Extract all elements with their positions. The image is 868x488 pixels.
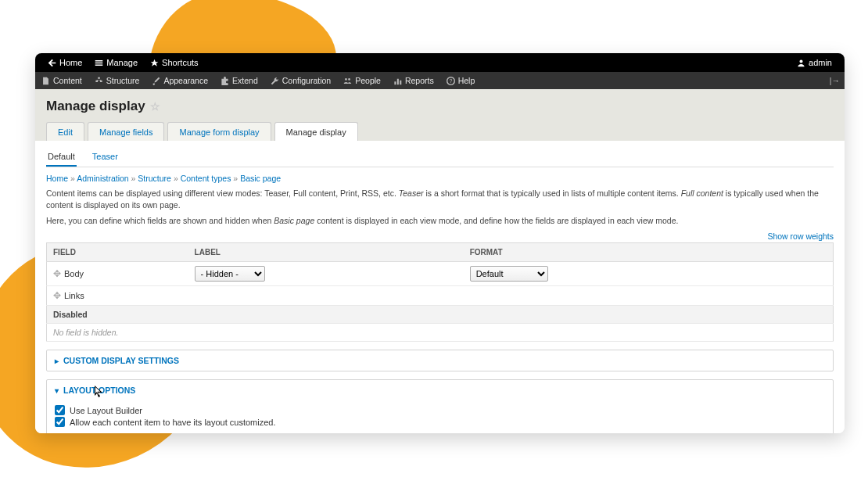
field-row-links: ✥Links xyxy=(47,286,834,306)
tree-icon xyxy=(95,77,103,85)
menu-structure[interactable]: Structure xyxy=(88,76,146,85)
wrench-icon xyxy=(271,77,279,85)
drag-handle-icon[interactable]: ✥ xyxy=(53,268,61,279)
title-region: Manage display☆ Edit Manage fields Manag… xyxy=(35,89,845,141)
svg-text:?: ? xyxy=(449,78,452,84)
subtab-default[interactable]: Default xyxy=(46,149,77,167)
menu-reports[interactable]: Reports xyxy=(387,76,440,85)
subtab-teaser[interactable]: Teaser xyxy=(91,149,120,167)
shortcuts-link[interactable]: Shortcuts xyxy=(144,58,204,67)
user-menu[interactable]: admin xyxy=(791,58,838,67)
field-row-body: ✥Body - Hidden - Default xyxy=(47,262,834,286)
custom-display-summary[interactable]: Custom Display Settings xyxy=(47,350,833,371)
manage-toggle[interactable]: Manage xyxy=(88,58,144,67)
drag-handle-icon[interactable]: ✥ xyxy=(53,290,61,301)
page-title: Manage display☆ xyxy=(46,99,834,114)
body-label-select[interactable]: - Hidden - xyxy=(195,266,265,282)
description-2: Here, you can define which fields are sh… xyxy=(46,215,834,227)
description-1: Content items can be displayed using dif… xyxy=(46,188,834,210)
bar-chart-icon xyxy=(393,77,402,85)
disabled-header: Disabled xyxy=(47,306,834,324)
menu-content[interactable]: Content xyxy=(35,76,88,85)
favorite-toggle[interactable]: ☆ xyxy=(150,100,160,113)
col-label: Label xyxy=(188,243,464,262)
col-format: Format xyxy=(464,243,834,262)
tab-manage-form-display[interactable]: Manage form display xyxy=(167,122,271,141)
puzzle-icon xyxy=(221,77,229,85)
allow-custom-layout-checkbox[interactable]: Allow each content item to have its layo… xyxy=(55,417,825,427)
menu-extend[interactable]: Extend xyxy=(214,76,264,85)
crumb-content-types[interactable]: Content types xyxy=(181,174,231,183)
app-window: Home Manage Shortcuts admin Content Stru… xyxy=(35,53,845,433)
breadcrumb: Home » Administration » Structure » Cont… xyxy=(46,174,834,183)
user-icon xyxy=(797,59,805,67)
star-icon xyxy=(150,59,159,67)
help-icon: ? xyxy=(447,77,455,85)
field-display-table: Field Label Format ✥Body - Hidden - Defa… xyxy=(46,242,834,342)
crumb-structure[interactable]: Structure xyxy=(138,174,171,183)
crumb-admin[interactable]: Administration xyxy=(77,174,129,183)
custom-display-settings[interactable]: Custom Display Settings xyxy=(46,350,834,371)
crumb-home[interactable]: Home xyxy=(46,174,68,183)
content-region: Default Teaser Home » Administration » S… xyxy=(35,141,845,433)
menu-appearance[interactable]: Appearance xyxy=(145,76,214,85)
tab-edit[interactable]: Edit xyxy=(46,122,84,141)
secondary-tabs: Default Teaser xyxy=(46,149,834,167)
tab-manage-fields[interactable]: Manage fields xyxy=(88,122,165,141)
layout-options-summary[interactable]: Layout Options xyxy=(47,380,833,400)
show-row-weights-link[interactable]: Show row weights xyxy=(767,231,834,241)
crumb-basic-page[interactable]: Basic page xyxy=(240,174,281,183)
use-layout-builder-checkbox[interactable]: Use Layout Builder xyxy=(55,405,825,415)
back-arrow-icon xyxy=(48,59,56,67)
brush-icon xyxy=(152,77,160,85)
primary-tabs: Edit Manage fields Manage form display M… xyxy=(46,122,834,141)
col-field: Field xyxy=(47,243,188,262)
people-icon xyxy=(343,77,352,85)
admin-menu: Content Structure Appearance Extend Conf… xyxy=(35,72,845,89)
menu-configuration[interactable]: Configuration xyxy=(264,76,337,85)
menu-icon xyxy=(95,59,103,67)
collapse-icon[interactable]: |→ xyxy=(825,76,845,85)
toolbar: Home Manage Shortcuts admin xyxy=(35,53,845,72)
menu-help[interactable]: ?Help xyxy=(440,76,482,85)
menu-people[interactable]: People xyxy=(337,76,387,85)
tab-manage-display[interactable]: Manage display xyxy=(274,122,358,141)
no-hidden-row: No field is hidden. xyxy=(47,324,834,342)
body-format-select[interactable]: Default xyxy=(470,266,548,282)
layout-options[interactable]: Layout Options Use Layout Builder Allow … xyxy=(46,379,834,433)
document-icon xyxy=(41,77,50,85)
back-home-link[interactable]: Home xyxy=(41,58,88,67)
